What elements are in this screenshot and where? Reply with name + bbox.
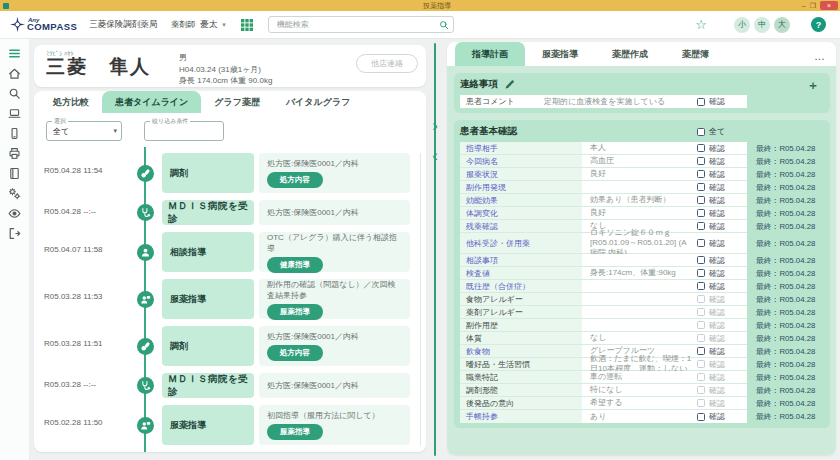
favorite-star-icon[interactable]: ☆ xyxy=(695,18,707,31)
row-label[interactable]: 副作用発現 xyxy=(460,181,582,193)
row-label[interactable]: 残薬確認 xyxy=(460,220,582,232)
search-icon[interactable] xyxy=(439,20,449,30)
row-label[interactable]: 既往歴（合併症） xyxy=(460,280,582,292)
check-all-checkbox[interactable] xyxy=(697,128,705,136)
last-confirmed-date: 最終：R05.04.28 xyxy=(747,332,825,345)
timeline-entry-type[interactable]: ＭＤＩＳ病院を受診 xyxy=(162,373,254,398)
confirm-checkbox[interactable] xyxy=(697,295,705,303)
row-label[interactable]: 飲食物 xyxy=(460,345,582,357)
edit-pencil-icon[interactable] xyxy=(504,79,515,90)
confirm-checkbox[interactable] xyxy=(697,170,705,178)
row-label[interactable]: 他科受診・併用薬 xyxy=(460,233,582,253)
row-label: 患者コメント xyxy=(460,96,536,107)
eye-icon[interactable] xyxy=(8,207,21,220)
other-store-contact-button[interactable]: 他店連絡 xyxy=(356,54,418,73)
scrollbar-track[interactable] xyxy=(420,153,421,446)
home-icon[interactable] xyxy=(8,67,21,80)
function-search xyxy=(268,16,454,33)
timeline-detail-button[interactable]: 服薬指導 xyxy=(267,304,323,320)
last-date: R05.04.28 xyxy=(779,399,815,408)
basic-check-rows: 指導相手本人確認最終：R05.04.28今回病名高血圧確認最終：R05.04.2… xyxy=(460,142,825,423)
right-panel-tab[interactable]: 指導計画 xyxy=(455,42,525,66)
confirm-checkbox[interactable] xyxy=(697,373,705,381)
more-menu-icon[interactable]: … xyxy=(814,46,826,66)
row-label[interactable]: 手帳持参 xyxy=(460,410,582,423)
right-panel-tab[interactable]: 服薬指導 xyxy=(525,42,595,66)
confirm-checkbox[interactable] xyxy=(697,209,705,217)
add-note-button[interactable]: ＋ xyxy=(807,79,819,91)
confirm-checkbox[interactable] xyxy=(697,308,705,316)
timeline-entry-type[interactable]: 相談指導 xyxy=(162,232,254,272)
confirm-checkbox[interactable] xyxy=(697,157,705,165)
confirm-checkbox[interactable] xyxy=(697,321,705,329)
row-main: 食物アレルギー確認 xyxy=(460,293,747,306)
left-panel-tab[interactable]: バイタルグラフ xyxy=(273,91,363,113)
mobile-icon[interactable] xyxy=(8,127,21,140)
laptop-icon[interactable] xyxy=(8,107,21,120)
row-label[interactable]: 指導相手 xyxy=(460,142,582,154)
confirm-checkbox[interactable] xyxy=(697,98,705,106)
minimize-button[interactable]: – xyxy=(802,1,806,10)
logout-icon[interactable] xyxy=(8,227,21,240)
confirm-checkbox[interactable] xyxy=(697,386,705,394)
close-button[interactable]: × xyxy=(820,1,838,10)
timeline-detail-button[interactable]: 処方内容 xyxy=(267,172,323,188)
confirm-checkbox[interactable] xyxy=(697,144,705,152)
row-label[interactable]: 服薬状況 xyxy=(460,168,582,180)
brand-text-compass: COMPASS xyxy=(27,23,77,32)
timeline-entry-type[interactable]: 服薬指導 xyxy=(162,405,254,445)
font-size-button[interactable]: 小 xyxy=(734,17,750,33)
timeline-entry-type[interactable]: 調剤 xyxy=(162,153,254,193)
confirm-wrap: 確認 xyxy=(697,359,747,370)
row-label[interactable]: 相談事項 xyxy=(460,254,582,266)
confirm-checkbox[interactable] xyxy=(697,413,705,421)
confirm-label: 確認 xyxy=(709,346,725,357)
timeline-filter-select[interactable]: 選択 全て ▾ xyxy=(46,121,122,141)
expand-panel-chevron-icon[interactable]: › xyxy=(426,117,444,135)
journal-icon[interactable] xyxy=(8,167,21,180)
font-size-button[interactable]: 大 xyxy=(774,17,790,33)
last-date: R05.04.28 xyxy=(779,196,815,205)
last-prefix: 最終： xyxy=(756,372,779,383)
confirm-checkbox[interactable] xyxy=(697,256,705,264)
row-main: 後発品の意向希望する確認 xyxy=(460,397,747,410)
apps-grid-icon[interactable] xyxy=(240,18,254,32)
timeline-detail-button[interactable]: 健康指導 xyxy=(267,257,323,273)
row-label[interactable]: 体調変化 xyxy=(460,207,582,219)
confirm-checkbox[interactable] xyxy=(697,334,705,342)
row-main: 既往歴（合併症）確認 xyxy=(460,280,747,293)
menu-icon[interactable] xyxy=(8,47,21,60)
left-panel-tab[interactable]: 処方比較 xyxy=(40,91,102,113)
search-icon[interactable] xyxy=(8,87,21,100)
right-panel-tab[interactable]: 薬歴簿 xyxy=(665,42,726,66)
left-panel-tab[interactable]: グラフ薬歴 xyxy=(201,91,273,113)
search-input[interactable] xyxy=(275,19,439,30)
row-label[interactable]: 効能効果 xyxy=(460,194,582,206)
filter-input[interactable] xyxy=(145,127,223,136)
collapse-panel-chevron-icon[interactable]: ‹ xyxy=(426,147,444,165)
confirm-checkbox[interactable] xyxy=(697,239,705,247)
confirm-checkbox[interactable] xyxy=(697,269,705,277)
row-label[interactable]: 検査値 xyxy=(460,267,582,279)
confirm-checkbox[interactable] xyxy=(697,183,705,191)
timeline-detail-button[interactable]: 服薬指導 xyxy=(267,424,323,440)
confirm-checkbox[interactable] xyxy=(697,347,705,355)
printer-icon[interactable] xyxy=(8,147,21,160)
left-panel-tab[interactable]: 患者タイムライン xyxy=(102,91,201,113)
timeline-entry-type[interactable]: 服薬指導 xyxy=(162,279,254,319)
confirm-checkbox[interactable] xyxy=(697,222,705,230)
right-panel-tab[interactable]: 薬歴作成 xyxy=(595,42,665,66)
gears-icon[interactable] xyxy=(8,187,21,200)
timeline-entry-type[interactable]: 調剤 xyxy=(162,326,254,366)
timeline-entry-type[interactable]: ＭＤＩＳ病院を受診 xyxy=(162,200,254,225)
timeline-detail-button[interactable]: 処方内容 xyxy=(267,345,323,361)
help-icon[interactable]: ? xyxy=(811,17,826,32)
maximize-button[interactable]: ❐ xyxy=(810,1,816,10)
confirm-checkbox[interactable] xyxy=(697,399,705,407)
font-size-button[interactable]: 中 xyxy=(754,17,770,33)
confirm-checkbox[interactable] xyxy=(697,196,705,204)
confirm-checkbox[interactable] xyxy=(697,282,705,290)
confirm-checkbox[interactable] xyxy=(697,360,705,368)
user-menu[interactable]: 薬剤師 憂太 ▾ xyxy=(171,19,226,31)
row-label[interactable]: 今回病名 xyxy=(460,155,582,167)
